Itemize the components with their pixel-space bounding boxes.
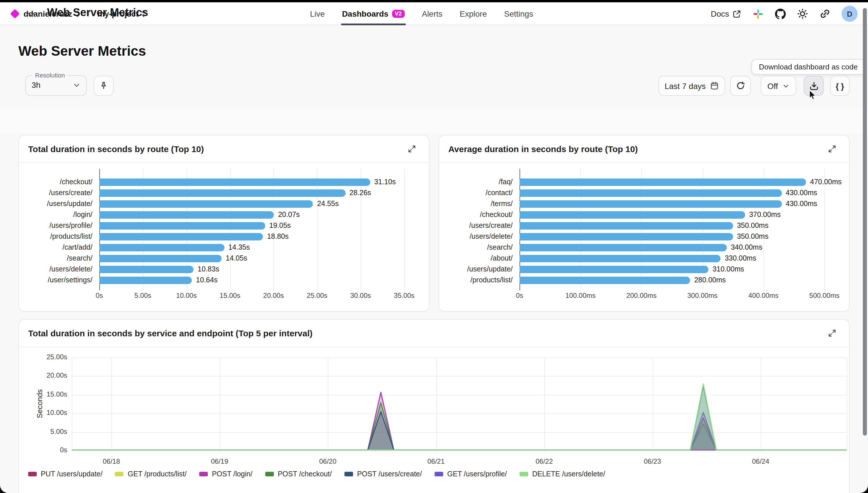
section-collapse-icon[interactable]	[26, 7, 36, 21]
bar[interactable]	[520, 178, 806, 186]
value-label: 330.00ms	[725, 254, 756, 263]
bar[interactable]	[520, 200, 782, 208]
area-series-line[interactable]	[72, 412, 847, 450]
panel-duration-by-service-endpoint: Total duration in seconds by service and…	[18, 319, 850, 493]
expand-panel-button[interactable]	[824, 325, 840, 341]
bar[interactable]	[99, 200, 313, 208]
category-label: /search/	[19, 253, 92, 264]
bar[interactable]	[520, 266, 708, 273]
scrollbar-thumb[interactable]	[863, 8, 867, 436]
bar[interactable]	[99, 211, 274, 219]
primary-tabs: Live Dashboards V2 Alerts Explore Settin…	[310, 2, 533, 25]
docs-label: Docs	[711, 9, 729, 18]
bar[interactable]	[99, 189, 345, 197]
legend-swatch	[115, 472, 124, 476]
expand-panel-button[interactable]	[824, 141, 840, 157]
x-tick-label: 100.00ms	[560, 292, 600, 300]
y-tick-label: 20.00s	[27, 372, 67, 380]
screen-top-strip	[0, 0, 868, 2]
bar[interactable]	[520, 189, 782, 197]
auto-refresh-value: Off	[767, 81, 778, 90]
share-link-icon[interactable]	[819, 8, 831, 20]
refresh-button[interactable]	[730, 76, 751, 96]
bar[interactable]	[520, 255, 721, 262]
resolution-label: Resolution	[33, 72, 67, 79]
value-label: 470.00ms	[810, 177, 842, 187]
category-label: /users/update/	[19, 198, 92, 210]
x-tick-label: 20.00s	[253, 292, 294, 300]
theme-toggle-icon[interactable]	[797, 8, 808, 20]
bar[interactable]	[99, 255, 221, 262]
x-tick-label: 400.00ms	[743, 292, 784, 300]
legend-item[interactable]: PUT /users/update/	[28, 470, 103, 478]
docs-link[interactable]: Docs	[711, 9, 741, 18]
legend-item[interactable]: POST /users/create/	[344, 470, 422, 478]
tab-alerts[interactable]: Alerts	[422, 2, 443, 25]
user-avatar[interactable]: D	[842, 6, 858, 22]
value-label: 280.00ms	[694, 276, 726, 285]
area-series-fill	[72, 403, 847, 450]
value-label: 19.05s	[269, 221, 291, 231]
y-tick-label: 15.00s	[27, 390, 67, 398]
tab-settings[interactable]: Settings	[504, 2, 533, 25]
resolution-select[interactable]: Resolution 3h	[25, 72, 87, 96]
time-range-button[interactable]: Last 7 days	[658, 76, 725, 96]
legend-item[interactable]: GET /products/list/	[115, 470, 187, 478]
brand-logo-icon[interactable]	[10, 9, 20, 19]
legend-swatch	[435, 472, 443, 476]
plot-edge-line	[847, 358, 847, 451]
x-tick-label: 500.00ms	[804, 292, 845, 300]
expand-panel-button[interactable]	[404, 141, 420, 157]
github-icon[interactable]	[775, 8, 786, 20]
legend-label: POST /users/create/	[357, 470, 422, 478]
legend-item[interactable]: DELETE /users/delete/	[520, 470, 605, 478]
area-series-line[interactable]	[72, 418, 847, 450]
area-series-line[interactable]	[72, 392, 847, 450]
legend-item[interactable]: POST /checkout/	[265, 470, 332, 478]
bar[interactable]	[99, 233, 263, 240]
bar[interactable]	[520, 211, 745, 219]
tab-label: Live	[310, 9, 325, 18]
category-label: /checkout/	[439, 210, 513, 220]
auto-refresh-select[interactable]: Off	[761, 76, 796, 96]
area-series-line[interactable]	[72, 384, 847, 450]
bar[interactable]	[99, 178, 370, 186]
section-band	[0, 109, 868, 133]
bar[interactable]	[99, 244, 224, 251]
bar[interactable]	[520, 222, 733, 230]
category-label: /products/list/	[19, 231, 92, 242]
x-tick-label: 0s	[79, 292, 120, 300]
area-series-line[interactable]	[72, 385, 847, 450]
tab-live[interactable]: Live	[310, 2, 325, 25]
category-label: /about/	[439, 253, 513, 264]
stage: ddanielcruzz / my-project Live Dashboard…	[0, 0, 868, 493]
bar[interactable]	[99, 277, 192, 284]
category-label: /checkout/	[19, 177, 92, 188]
slack-icon[interactable]	[752, 8, 763, 20]
value-label: 18.80s	[267, 232, 289, 242]
bar[interactable]	[520, 233, 733, 240]
category-label: /faq/	[439, 177, 513, 188]
legend-swatch	[520, 472, 528, 476]
y-tick-label: 10.00s	[27, 409, 67, 417]
value-label: 14.05s	[226, 254, 247, 263]
legend-swatch	[265, 472, 274, 476]
legend-swatch	[28, 472, 37, 476]
bar[interactable]	[520, 244, 727, 251]
pin-resolution-button[interactable]	[93, 76, 114, 96]
tab-explore[interactable]: Explore	[460, 2, 487, 25]
dashboard-as-code-button[interactable]: { }	[830, 76, 850, 96]
area-series-line[interactable]	[72, 403, 847, 450]
external-link-icon	[733, 9, 741, 18]
legend-label: POST /checkout/	[278, 470, 332, 478]
tab-dashboards[interactable]: Dashboards V2	[342, 2, 404, 25]
legend-swatch	[199, 472, 208, 476]
bar[interactable]	[99, 222, 265, 230]
legend-item[interactable]: GET /users/profile/	[435, 470, 507, 478]
app-window: ddanielcruzz / my-project Live Dashboard…	[0, 2, 868, 493]
legend-item[interactable]: POST /login/	[199, 470, 252, 478]
bar[interactable]	[99, 266, 194, 273]
x-tick-label: 25.00s	[297, 292, 337, 300]
x-tick-label: 06/21	[416, 457, 456, 466]
bar[interactable]	[520, 277, 690, 284]
